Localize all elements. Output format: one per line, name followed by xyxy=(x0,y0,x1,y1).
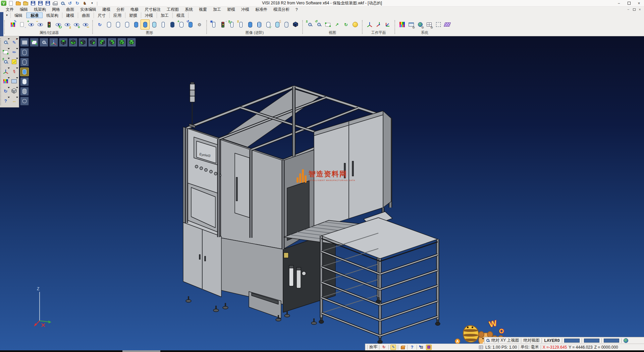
status-color-bar-3[interactable] xyxy=(604,339,619,343)
tab-wireframe[interactable]: 线架构 xyxy=(43,12,62,18)
system-settings-icon[interactable]: ⚙ xyxy=(416,19,425,30)
macro-icon[interactable]: ♞ xyxy=(82,1,88,6)
solid-copy-icon[interactable]: + xyxy=(177,19,186,30)
menu-electrode[interactable]: 电极 xyxy=(127,7,142,12)
display-settings-icon[interactable]: ⚙ xyxy=(407,19,416,30)
menu-die[interactable]: 冲模 xyxy=(238,7,252,12)
door-solid-icon[interactable]: ▯ xyxy=(273,19,282,30)
tab-dimension[interactable]: 尺寸 xyxy=(94,12,110,18)
hide-all-icon[interactable]: − xyxy=(81,19,90,30)
import-file-icon[interactable] xyxy=(23,1,29,6)
display-wire-1-icon[interactable] xyxy=(20,48,29,57)
maximize-button[interactable] xyxy=(624,0,634,6)
status-export-icon[interactable]: ▶ xyxy=(419,345,424,350)
view-bottom-icon[interactable] xyxy=(69,38,77,47)
solid-cube-icon[interactable] xyxy=(10,86,18,96)
display-transparent-icon[interactable] xyxy=(20,97,29,105)
table-settings-icon[interactable]: ⚙ xyxy=(425,19,434,30)
menu-modeling[interactable]: 建模 xyxy=(99,7,113,12)
menu-machining[interactable]: 加工 xyxy=(210,7,224,12)
print-icon[interactable] xyxy=(52,1,58,6)
edit-delete-icon[interactable]: ✎× xyxy=(10,38,18,47)
minimize-button[interactable]: − xyxy=(614,0,624,6)
tab-stamping[interactable]: 冲模 xyxy=(141,12,157,18)
render-smiley-icon[interactable] xyxy=(351,19,360,30)
layer-hatch-icon[interactable] xyxy=(443,19,452,30)
display-hidden-line-icon[interactable] xyxy=(20,77,29,86)
workplane-edit-icon[interactable] xyxy=(374,19,383,30)
tab-modeling[interactable]: 建模 xyxy=(62,12,78,18)
zoom-window-icon[interactable] xyxy=(323,19,332,30)
workplane-tool-icon[interactable] xyxy=(2,67,10,76)
menu-flow-analysis[interactable]: 模流分析 xyxy=(270,7,292,12)
menu-file[interactable]: 文件 xyxy=(3,7,17,12)
traffic-filter-icon[interactable] xyxy=(45,19,54,30)
zoom-in-out-icon[interactable]: ± xyxy=(305,19,314,30)
status-lock-label[interactable]: 拴牢 xyxy=(369,344,377,350)
solid-recycle-icon[interactable]: ↺ xyxy=(186,19,195,30)
menu-system[interactable]: 系统 xyxy=(182,7,196,12)
view-top-icon[interactable] xyxy=(59,38,68,47)
solid-outline-2-icon[interactable] xyxy=(113,19,122,30)
zoom-previous-icon[interactable]: ↺ xyxy=(314,19,323,30)
show-all-icon[interactable]: + xyxy=(72,19,81,30)
tab-surface[interactable]: 曲面 xyxy=(78,12,94,18)
help-tool-icon[interactable]: ? xyxy=(2,96,10,105)
view-shaded-icon[interactable] xyxy=(127,38,136,47)
status-help-icon[interactable]: ? xyxy=(409,345,415,350)
toggle-visibility-icon[interactable]: ± xyxy=(63,19,72,30)
menu-drawing[interactable]: 工程图 xyxy=(164,7,182,12)
save-as-icon[interactable] xyxy=(38,1,43,6)
hide-remove-icon[interactable]: − xyxy=(36,19,45,30)
tab-standard[interactable]: 标准 xyxy=(26,12,43,18)
mdi-minimize-button[interactable]: − xyxy=(626,8,631,11)
scrollbar-thumb[interactable] xyxy=(122,350,160,352)
redo-icon[interactable]: ↻ xyxy=(74,1,80,6)
zoom-window-tool-icon[interactable] xyxy=(2,47,10,57)
display-shaded-selected-icon[interactable] xyxy=(20,68,29,76)
refresh-solids-icon[interactable]: ↻ xyxy=(227,19,236,30)
mdi-restore-button[interactable] xyxy=(631,8,637,11)
dynamic-pan-icon[interactable]: ↗ xyxy=(332,19,341,30)
zoom-tool-icon[interactable] xyxy=(2,38,10,47)
status-view-mode[interactable]: 绝对 XY 上视图 xyxy=(491,338,519,343)
workplane-create-icon[interactable] xyxy=(365,19,374,30)
view-left-icon[interactable] xyxy=(78,38,87,47)
curve-compass-icon[interactable]: ✎ xyxy=(10,47,18,57)
menu-window[interactable]: 视窗 xyxy=(196,7,210,12)
menu-edit[interactable]: 编辑 xyxy=(17,7,31,12)
solid-transparent-icon[interactable] xyxy=(150,19,159,30)
view-back-icon[interactable] xyxy=(108,38,116,47)
menu-analysis[interactable]: 分析 xyxy=(113,7,127,12)
view-iso-icon[interactable] xyxy=(117,38,126,47)
solid-shaded-selected-icon[interactable] xyxy=(141,19,150,30)
status-layer[interactable]: LAYER0 xyxy=(544,338,559,343)
measure-tool-icon[interactable]: ↔ xyxy=(10,96,18,105)
confirm-check-icon[interactable]: ✓ xyxy=(10,57,18,67)
view-front-icon[interactable] xyxy=(98,38,107,47)
menu-help[interactable]: ? xyxy=(292,7,301,12)
menu-dimension[interactable]: 尺寸标注 xyxy=(142,7,164,12)
status-workplane-grid-icon[interactable] xyxy=(478,345,484,350)
save-icon[interactable] xyxy=(30,1,36,6)
tab-dropdown-icon[interactable]: ▼ xyxy=(3,12,11,18)
solid-outline-1-icon[interactable] xyxy=(104,19,113,30)
undo-icon[interactable]: ↺ xyxy=(67,1,73,6)
refresh-tool-icon[interactable]: ↻ xyxy=(2,86,10,96)
refresh-solid-icon[interactable]: ↻ xyxy=(95,19,104,30)
wireframe-mode-icon[interactable] xyxy=(282,19,291,30)
traffic-solids-icon[interactable]: ◦ xyxy=(218,19,227,30)
validated-solid-icon[interactable]: ✓ xyxy=(264,19,273,30)
toggle-solids-icon[interactable]: ± xyxy=(236,19,246,30)
tab-edit[interactable]: 编辑 xyxy=(11,12,26,18)
striped-mode-icon[interactable] xyxy=(255,19,264,30)
new-file-icon[interactable] xyxy=(8,1,14,6)
paint-properties-icon[interactable]: ✎ xyxy=(8,19,17,30)
status-wand-icon[interactable]: ✎ xyxy=(390,345,396,350)
grid-panel-icon[interactable] xyxy=(10,77,18,86)
viewport-3d[interactable]: Eyelet3 xyxy=(0,36,644,350)
solid-dark-icon[interactable] xyxy=(168,19,177,30)
qat-dropdown-icon[interactable]: ▾ xyxy=(89,1,95,6)
menu-standard-parts[interactable]: 标准件 xyxy=(252,7,270,12)
tab-flow[interactable]: 模流 xyxy=(173,12,189,18)
